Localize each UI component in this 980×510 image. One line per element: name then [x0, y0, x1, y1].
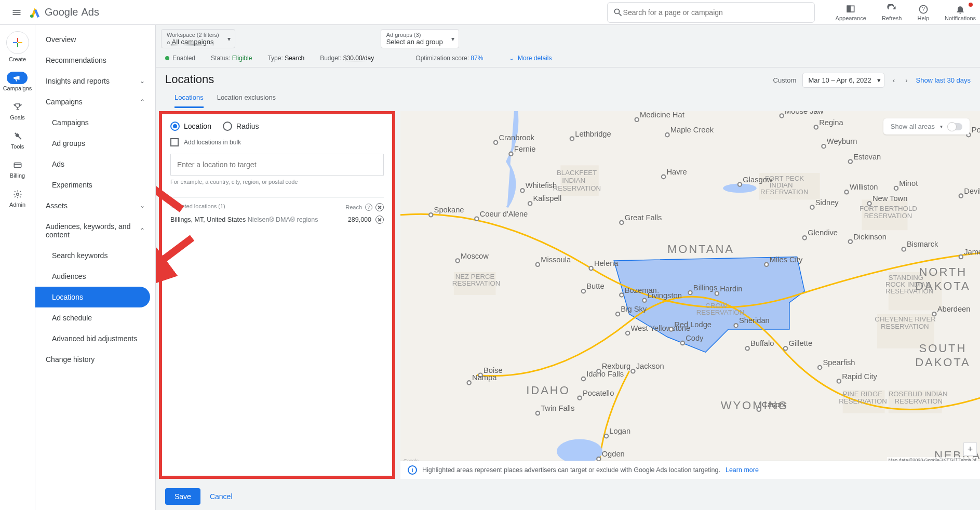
location-map[interactable]: MONTANA IDAHO WYOMING NORTHDAKOTA SOUTHD… — [400, 111, 980, 479]
svg-text:RESERVATION: RESERVATION — [885, 287, 933, 295]
svg-point-59 — [528, 202, 532, 205]
svg-text:New Town: New Town — [872, 194, 907, 203]
svg-text:Ogden: Ogden — [602, 450, 625, 458]
hamburger-menu-icon[interactable] — [4, 7, 29, 18]
svg-point-121 — [867, 202, 871, 205]
svg-text:Butte: Butte — [586, 282, 604, 290]
bulk-checkbox[interactable]: Add locations in bulk — [170, 138, 384, 146]
nav-overview[interactable]: Overview — [35, 29, 155, 50]
nav-campaigns[interactable]: Campaigns — [35, 112, 155, 133]
tab-location-exclusions[interactable]: Location exclusions — [217, 93, 276, 108]
search-input[interactable] — [623, 8, 809, 17]
svg-text:Fernie: Fernie — [514, 145, 536, 153]
svg-point-67 — [620, 293, 623, 297]
svg-text:Williston: Williston — [850, 183, 878, 191]
tab-locations[interactable]: Locations — [174, 93, 204, 108]
nav-audiences-keywords-and-content[interactable]: Audiences, keywords, and content⌃ — [35, 216, 155, 245]
date-range-area: Custom Mar 10 – Apr 6, 2022 ‹ › Show las… — [773, 73, 971, 88]
svg-point-141 — [536, 411, 540, 415]
svg-point-97 — [738, 182, 742, 186]
svg-text:Helena: Helena — [594, 259, 619, 267]
svg-text:RESERVATION: RESERVATION — [452, 279, 500, 287]
rail-goals[interactable]: Goals — [7, 101, 28, 120]
date-next[interactable]: › — [903, 74, 909, 86]
svg-point-171 — [959, 194, 963, 197]
radio-location[interactable]: Location — [170, 122, 211, 131]
nav-ads[interactable]: Ads — [35, 154, 155, 175]
workspace-selector[interactable]: Workspace (2 filters) ⌂ All campaigns — [161, 29, 235, 48]
adgroup-selector[interactable]: Ad groups (3) Select an ad group — [381, 29, 459, 48]
svg-text:RESERVATION: RESERVATION — [696, 308, 744, 316]
appearance-button[interactable]: Appearance — [836, 4, 866, 21]
show-all-areas-toggle[interactable]: Show all areas▾ — [883, 118, 970, 135]
svg-point-119 — [894, 186, 898, 190]
svg-text:Logan: Logan — [609, 427, 630, 435]
svg-text:Aberdeen: Aberdeen — [937, 305, 971, 313]
create-button[interactable]: Create — [6, 31, 29, 62]
nav-insights-and-reports[interactable]: Insights and reports⌄ — [35, 71, 155, 91]
svg-point-87 — [745, 346, 749, 350]
svg-point-63 — [589, 266, 593, 270]
nav-experiments[interactable]: Experiments — [35, 175, 155, 195]
google-ads-logo[interactable]: Google Ads — [29, 6, 99, 19]
rail-tools[interactable]: Tools — [7, 130, 28, 150]
learn-more-link[interactable]: Learn more — [726, 466, 759, 474]
svg-point-0 — [30, 15, 33, 18]
svg-text:Rapid City: Rapid City — [842, 372, 877, 381]
nav-campaigns[interactable]: Campaigns⌃ — [35, 91, 155, 112]
refresh-icon — [887, 4, 897, 15]
nav-search-keywords[interactable]: Search keywords — [35, 245, 155, 266]
show-last-30-link[interactable]: Show last 30 days — [916, 76, 971, 84]
date-range-picker[interactable]: Mar 10 – Apr 6, 2022 — [802, 73, 884, 88]
svg-text:IDAHO: IDAHO — [526, 384, 570, 397]
svg-point-79 — [688, 291, 692, 294]
appearance-icon — [845, 4, 856, 15]
nav-ad-groups[interactable]: Ad groups — [35, 133, 155, 154]
svg-text:Whitefish: Whitefish — [526, 181, 557, 190]
nav-change-history[interactable]: Change history — [35, 349, 155, 370]
svg-point-151 — [605, 434, 608, 438]
nav-assets[interactable]: Assets⌄ — [35, 195, 155, 216]
location-search-input[interactable] — [170, 154, 384, 176]
targeted-location-row: Billings, MT, United States Nielsen® DMA… — [170, 216, 384, 224]
refresh-button[interactable]: Refresh — [882, 4, 902, 21]
clear-all-icon[interactable] — [375, 203, 384, 211]
svg-text:Bismarck: Bismarck — [907, 240, 938, 248]
global-search[interactable] — [607, 2, 815, 23]
map-zoom-in[interactable]: + — [963, 442, 977, 456]
svg-point-22 — [557, 439, 602, 464]
svg-point-91 — [757, 408, 760, 411]
rail-campaigns[interactable]: Campaigns — [3, 72, 32, 91]
svg-point-149 — [631, 369, 635, 373]
svg-point-143 — [582, 377, 585, 381]
svg-point-85 — [734, 324, 737, 327]
cancel-button[interactable]: Cancel — [210, 492, 233, 501]
svg-rect-2 — [848, 6, 851, 12]
nav-advanced-bid-adjustments[interactable]: Advanced bid adjustments — [35, 328, 155, 349]
svg-text:DAKOTA: DAKOTA — [915, 356, 971, 369]
svg-text:Coeur d'Alene: Coeur d'Alene — [480, 210, 528, 218]
more-details-link[interactable]: ⌄ More details — [509, 55, 552, 62]
svg-point-93 — [620, 221, 623, 224]
svg-text:Havre: Havre — [666, 168, 687, 176]
budget-link[interactable]: $30.00/day — [343, 55, 374, 62]
date-prev[interactable]: ‹ — [891, 74, 897, 86]
svg-text:Maple Creek: Maple Creek — [670, 126, 714, 134]
notifications-button[interactable]: Notifications — [945, 4, 976, 21]
svg-text:Regina: Regina — [819, 118, 843, 127]
nav-recommendations[interactable]: Recommendations — [35, 50, 155, 71]
nav-audiences[interactable]: Audiences — [35, 266, 155, 287]
remove-location-icon[interactable] — [375, 216, 384, 224]
svg-text:RESERVATION: RESERVATION — [839, 397, 887, 405]
rail-billing[interactable]: Billing — [7, 159, 28, 179]
reach-help-icon[interactable]: ? — [365, 204, 372, 211]
radio-radius[interactable]: Radius — [223, 122, 259, 131]
help-button[interactable]: ? Help — [917, 4, 929, 21]
nav-locations[interactable]: Locations — [35, 287, 150, 307]
rail-admin[interactable]: Admin — [7, 188, 28, 208]
svg-point-71 — [616, 312, 620, 316]
svg-rect-5 — [17, 38, 18, 42]
save-button[interactable]: Save — [165, 488, 200, 505]
nav-ad-schedule[interactable]: Ad schedule — [35, 307, 155, 328]
gear-icon — [7, 188, 28, 200]
